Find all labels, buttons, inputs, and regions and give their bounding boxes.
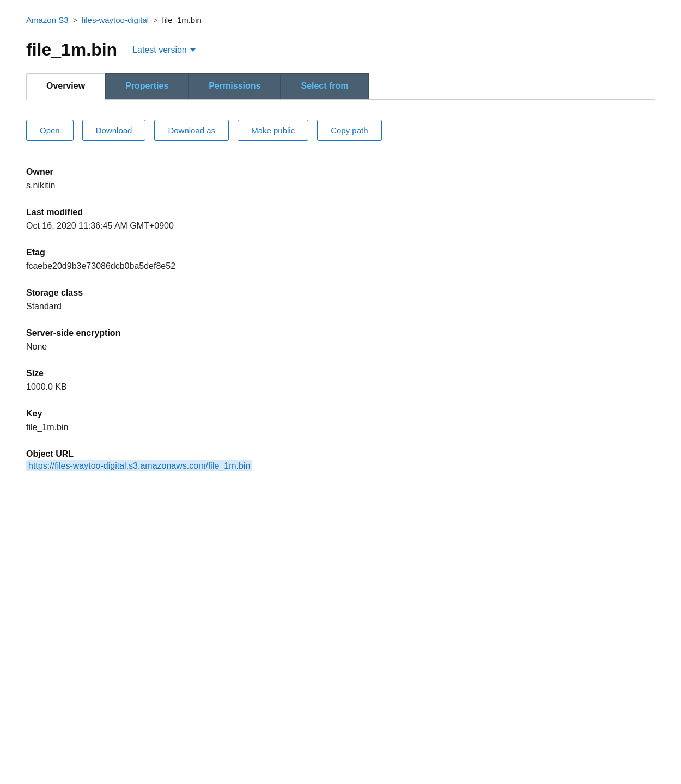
encryption-value: None <box>26 340 655 353</box>
version-dropdown[interactable]: Latest version <box>128 43 200 57</box>
detail-encryption: Server-side encryption None <box>26 328 655 353</box>
action-buttons: Open Download Download as Make public Co… <box>26 120 655 141</box>
storage-class-value: Standard <box>26 300 655 313</box>
size-value: 1000.0 KB <box>26 381 655 394</box>
tabs-container: Overview Properties Permissions Select f… <box>26 73 655 100</box>
detail-owner: Owner s.nikitin <box>26 167 655 192</box>
tab-overview[interactable]: Overview <box>26 73 105 100</box>
download-button[interactable]: Download <box>82 120 146 141</box>
tab-permissions[interactable]: Permissions <box>189 73 281 99</box>
owner-value: s.nikitin <box>26 179 655 192</box>
detail-storage-class: Storage class Standard <box>26 288 655 313</box>
breadcrumb-s3-link[interactable]: Amazon S3 <box>26 15 69 24</box>
etag-label: Etag <box>26 248 655 258</box>
detail-etag: Etag fcaebe20d9b3e73086dcb0ba5def8e52 <box>26 248 655 273</box>
etag-value: fcaebe20d9b3e73086dcb0ba5def8e52 <box>26 260 655 273</box>
key-value: file_1m.bin <box>26 421 655 434</box>
breadcrumb-bucket-link[interactable]: files-waytoo-digital <box>82 15 149 24</box>
open-button[interactable]: Open <box>26 120 74 141</box>
details-section: Owner s.nikitin Last modified Oct 16, 20… <box>26 167 655 471</box>
page-title: file_1m.bin <box>26 40 117 60</box>
detail-last-modified: Last modified Oct 16, 2020 11:36:45 AM G… <box>26 207 655 232</box>
last-modified-label: Last modified <box>26 207 655 217</box>
breadcrumb-sep-2: > <box>153 16 157 24</box>
tab-select-from[interactable]: Select from <box>281 73 368 99</box>
object-url-value[interactable]: https://files-waytoo-digital.s3.amazonaw… <box>26 460 252 471</box>
copy-path-button[interactable]: Copy path <box>317 120 381 141</box>
object-url-label: Object URL <box>26 449 655 459</box>
detail-key: Key file_1m.bin <box>26 409 655 434</box>
breadcrumb: Amazon S3 > files-waytoo-digital > file_… <box>26 15 655 24</box>
make-public-button[interactable]: Make public <box>238 120 308 141</box>
detail-object-url: Object URL https://files-waytoo-digital.… <box>26 449 655 471</box>
title-row: file_1m.bin Latest version <box>26 40 655 60</box>
key-label: Key <box>26 409 655 419</box>
storage-class-label: Storage class <box>26 288 655 298</box>
breadcrumb-sep-1: > <box>73 16 77 24</box>
encryption-label: Server-side encryption <box>26 328 655 338</box>
owner-label: Owner <box>26 167 655 177</box>
breadcrumb-file: file_1m.bin <box>162 15 202 24</box>
download-as-button[interactable]: Download as <box>154 120 229 141</box>
tab-properties[interactable]: Properties <box>105 73 189 99</box>
last-modified-value: Oct 16, 2020 11:36:45 AM GMT+0900 <box>26 219 655 232</box>
detail-size: Size 1000.0 KB <box>26 369 655 394</box>
size-label: Size <box>26 369 655 378</box>
version-label: Latest version <box>132 45 187 55</box>
chevron-down-icon <box>190 48 196 52</box>
